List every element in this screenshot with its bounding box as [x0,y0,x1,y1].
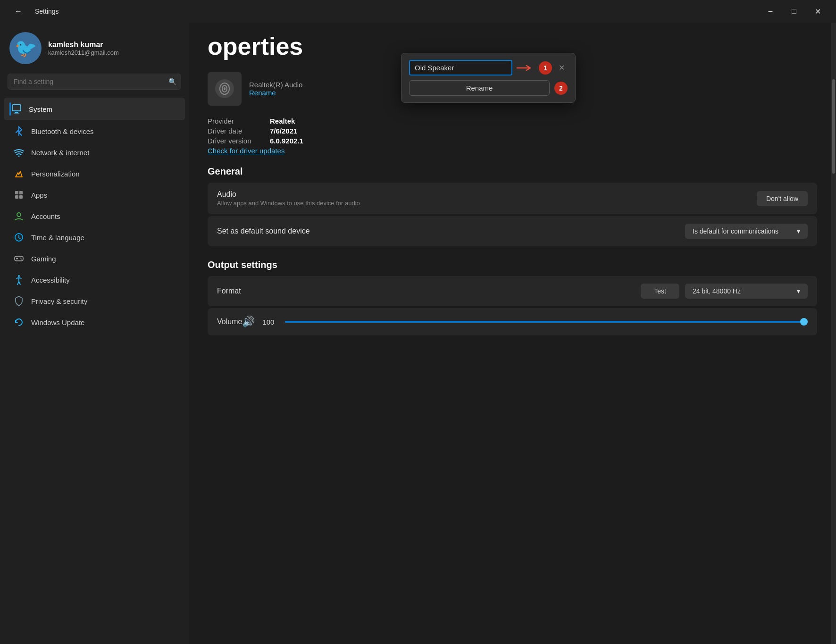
device-rename-link[interactable]: Rename [249,89,302,97]
svg-point-15 [20,258,21,259]
close-button[interactable]: ✕ [807,4,828,19]
sidebar-item-personalization[interactable]: Personalization [4,163,185,184]
default-sound-dropdown-label: Is default for communications [693,227,778,235]
rename-popup: 1 ✕ Rename 2 [401,53,576,103]
profile-name: kamlesh kumar [48,41,119,49]
svg-point-17 [18,275,20,277]
sidebar: 🐦 kamlesh kumar kamlesh2011@gmail.com 🔍 … [0,23,189,644]
volume-controls: 🔊 100 [242,316,808,328]
device-driver-label: Realtek(R) Audio [249,81,302,89]
sidebar-item-network[interactable]: Network & internet [4,142,185,163]
content-area: operties Realtek(R) Audio Rename Provide… [189,23,836,644]
title-bar: ← Settings – □ ✕ [0,0,836,23]
network-icon [13,147,25,158]
volume-icon: 🔊 [242,316,255,328]
sidebar-item-bluetooth[interactable]: Bluetooth & devices [4,121,185,142]
slider-fill [285,321,808,323]
check-update-row: Check for driver updates [208,147,817,155]
sidebar-item-time[interactable]: Time & language [4,227,185,248]
sidebar-label-accounts: Accounts [31,212,60,220]
volume-number: 100 [262,318,277,326]
sidebar-item-gaming[interactable]: Gaming [4,248,185,269]
format-controls: Test 24 bit, 48000 Hz ▾ [641,284,808,299]
profile-section: 🐦 kamlesh kumar kamlesh2011@gmail.com [0,23,189,72]
dont-allow-button[interactable]: Don't allow [757,191,808,206]
gaming-icon [13,253,25,264]
format-dropdown[interactable]: 24 bit, 48000 Hz ▾ [685,284,808,299]
step-2-badge: 2 [554,82,568,95]
format-dropdown-arrow: ▾ [797,287,800,295]
sidebar-item-privacy[interactable]: Privacy & security [4,291,185,311]
accessibility-icon [13,274,25,285]
svg-rect-5 [19,191,23,194]
driver-date-label: Driver date [208,127,264,135]
audio-info: Audio Allow apps and Windows to use this… [217,190,360,207]
sidebar-item-accounts[interactable]: Accounts [4,206,185,226]
audio-card: Audio Allow apps and Windows to use this… [208,183,817,214]
volume-label: Volume [217,318,242,326]
driver-version-value: 6.0.9202.1 [270,137,303,145]
minimize-button[interactable]: – [760,4,781,19]
title-bar-left: ← Settings [8,4,59,19]
svg-rect-1 [15,112,18,113]
profile-email: kamlesh2011@gmail.com [48,49,119,56]
sidebar-item-accessibility[interactable]: Accessibility [4,269,185,290]
sidebar-label-system: System [29,105,52,113]
rename-input-field[interactable] [409,60,512,75]
audio-card-row: Audio Allow apps and Windows to use this… [217,190,808,207]
slider-thumb[interactable] [800,318,808,326]
search-icon: 🔍 [168,78,176,85]
driver-version-row: Driver version 6.0.9202.1 [208,137,817,145]
driver-version-label: Driver version [208,137,264,145]
sidebar-label-update: Windows Update [31,318,84,326]
window-controls: – □ ✕ [760,4,828,19]
apps-icon [13,189,25,201]
back-button[interactable]: ← [8,4,29,19]
default-sound-row: Set as default sound device Is default f… [217,224,808,239]
audio-sub: Allow apps and Windows to use this devic… [217,200,360,207]
volume-card: Volume 🔊 100 [208,308,817,335]
volume-slider[interactable] [285,321,808,323]
provider-value: Realtek [270,117,295,125]
svg-point-16 [21,259,22,259]
sidebar-item-update[interactable]: Windows Update [4,312,185,333]
volume-card-row: Volume 🔊 100 [217,316,808,328]
default-sound-card: Set as default sound device Is default f… [208,216,817,246]
app-title: Settings [35,8,59,15]
scrollbar-thumb[interactable] [832,79,835,174]
device-info: Realtek(R) Audio Rename [249,81,302,97]
sidebar-item-system[interactable]: System [4,98,185,120]
format-label: Format [217,287,241,295]
scrollbar[interactable] [831,23,836,644]
test-button[interactable]: Test [641,284,679,299]
format-card-row: Format Test 24 bit, 48000 Hz ▾ [217,284,808,299]
provider-label: Provider [208,117,264,125]
device-icon [208,72,242,106]
sidebar-label-gaming: Gaming [31,255,56,263]
search-input[interactable] [8,74,181,90]
svg-rect-12 [15,256,23,261]
default-sound-dropdown[interactable]: Is default for communications ▾ [685,224,808,239]
svg-rect-7 [19,195,23,199]
sidebar-label-privacy: Privacy & security [31,297,87,305]
popup-close-button[interactable]: ✕ [556,62,568,73]
check-updates-link[interactable]: Check for driver updates [208,147,284,155]
profile-info: kamlesh kumar kamlesh2011@gmail.com [48,41,119,56]
rename-confirm-button[interactable]: Rename [409,80,550,96]
accounts-icon [13,210,25,222]
personalization-icon [13,168,25,179]
back-icon: ← [15,7,22,16]
search-box: 🔍 [8,74,181,90]
sidebar-item-apps[interactable]: Apps [4,184,185,205]
restore-button[interactable]: □ [783,4,805,19]
update-icon [13,317,25,328]
svg-rect-6 [15,195,18,199]
svg-line-11 [19,238,20,239]
rename-input-row: 1 ✕ [409,60,568,75]
avatar: 🐦 [9,32,42,64]
general-section-title: General [208,166,817,177]
rename-btn-row: Rename 2 [409,80,568,96]
svg-point-21 [224,87,226,90]
format-dropdown-label: 24 bit, 48000 Hz [693,287,741,295]
sidebar-label-apps: Apps [31,191,47,199]
